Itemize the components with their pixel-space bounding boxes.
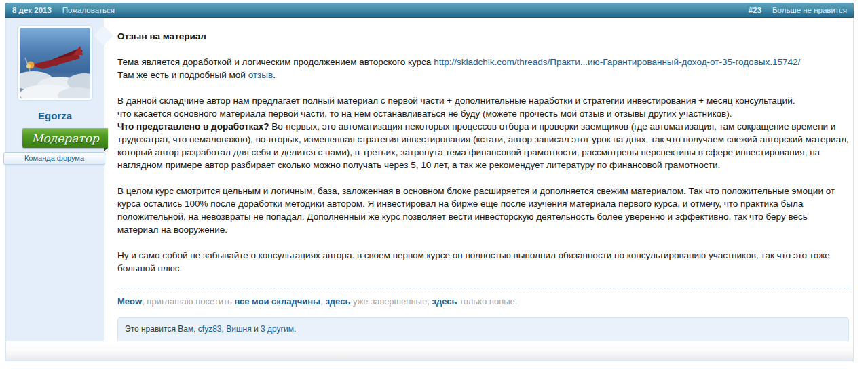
forum-post: 8 дек 2013 Пожаловаться #23 Больше не нр…	[5, 3, 854, 361]
signature-all-groupbuys-link[interactable]: все мои складчины	[234, 296, 320, 307]
header-left-group: 8 дек 2013 Пожаловаться	[12, 6, 115, 14]
username: Egorza	[6, 110, 104, 121]
moderator-banner: Модератор	[22, 128, 108, 148]
paragraph-text: Тема является доработкой и логическим пр…	[117, 57, 434, 67]
paragraph-text: .	[273, 70, 276, 80]
review-link[interactable]: отзыв	[248, 70, 273, 80]
post-body: Egorza Модератор Команда форума Отзыв на…	[5, 18, 854, 341]
paragraph-text: Там же есть и подробный мой	[117, 70, 248, 80]
signature-text: только новые.	[457, 296, 517, 307]
paragraph-text: В данной складчине автор нам предлагает …	[117, 96, 795, 106]
staff-team-label: Команда форума	[3, 152, 105, 165]
report-link[interactable]: Пожаловаться	[62, 6, 115, 14]
bold-question-text: Что представлено в доработках?	[117, 121, 269, 132]
thread-link[interactable]: http://skladchik.com/threads/Практи...ию…	[434, 57, 800, 67]
unlike-link[interactable]: Больше не нравится	[772, 6, 847, 14]
post-content: Отзыв на материал Тема является доработк…	[104, 18, 853, 341]
like-user-link-1[interactable]: cfyz83	[198, 324, 222, 334]
like-user-link-2[interactable]: Вишня	[226, 324, 251, 334]
paragraph-2: В данной складчине автор нам предлагает …	[117, 94, 849, 172]
airplane-avatar-image	[20, 28, 90, 98]
user-sidebar: Egorza Модератор Команда форума	[6, 18, 104, 341]
post-title: Отзыв на материал	[117, 30, 849, 43]
likes-text: .	[294, 324, 296, 334]
likes-text: и	[252, 324, 261, 334]
header-right-group: #23 Больше не нравится	[749, 6, 847, 14]
paragraph-1: Тема является доработкой и логическим пр…	[117, 56, 849, 81]
paragraph-3: В целом курс смотрится цельным и логичны…	[117, 184, 849, 236]
avatar[interactable]	[17, 25, 93, 101]
signature-completed-link[interactable]: здесь	[325, 296, 350, 307]
post-header-bar: 8 дек 2013 Пожаловаться #23 Больше не нр…	[5, 3, 854, 18]
signature-user-link[interactable]: Meow	[117, 296, 142, 307]
post-number-permalink[interactable]: #23	[749, 6, 761, 14]
signature: Meow, приглашаю посетить все мои складчи…	[117, 288, 849, 308]
likes-text: Это нравится Вам,	[125, 324, 198, 334]
signature-text: , приглашаю посетить	[142, 296, 234, 307]
post-footer-strip	[5, 341, 854, 361]
signature-new-link[interactable]: здесь	[432, 296, 457, 307]
likes-bar: Это нравится Вам, cfyz83, Вишня и 3 друг…	[117, 317, 849, 341]
signature-text: уже завершенные,	[350, 296, 432, 307]
like-others-link[interactable]: 3 другим	[261, 324, 294, 334]
paragraph-4: Ну и само собой не забывайте о консульта…	[117, 249, 849, 275]
post-date-permalink[interactable]: 8 дек 2013	[12, 6, 52, 14]
username-link[interactable]: Egorza	[38, 110, 72, 121]
paragraph-text: что касается основного материала первой …	[117, 108, 732, 119]
